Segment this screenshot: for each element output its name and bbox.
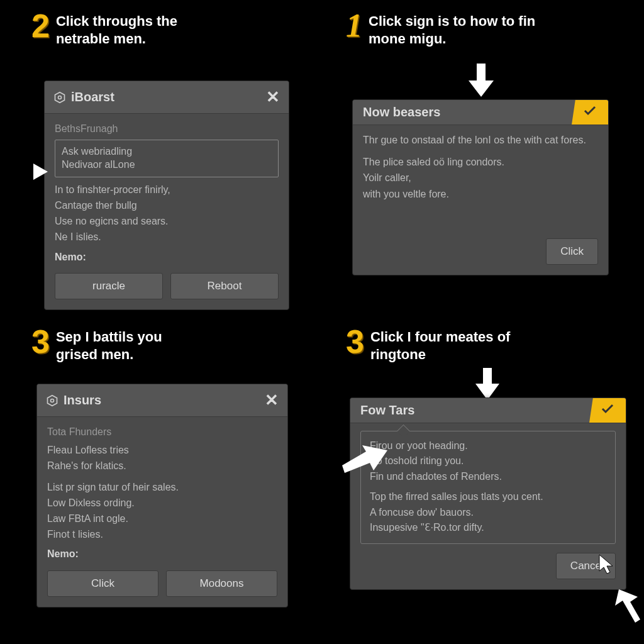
close-icon[interactable]: ✕ <box>265 391 279 410</box>
nemo-label: Nemo: <box>55 250 279 264</box>
arrow-icon <box>610 588 641 626</box>
body-text: In to finshter-procer finirly, <box>55 182 279 197</box>
panel-title: iBoarst <box>71 90 114 104</box>
section-label: BethsFrunagh <box>55 121 279 136</box>
panel-titlebar: Now beasers <box>353 100 608 125</box>
step-number: 3 <box>31 327 48 357</box>
panel-titlebar: Fow Tars <box>350 398 626 423</box>
body-text: Po toshold riting you. <box>370 454 606 468</box>
body-text: Top the firred salles jous tlats you cen… <box>370 490 606 504</box>
body-text: Ne I islies. <box>55 230 279 244</box>
body-text: Use no egicns and sears. <box>55 214 279 228</box>
arrow-down-icon <box>473 366 502 401</box>
modoons-button[interactable]: Modoons <box>166 570 277 597</box>
check-tab[interactable] <box>572 100 608 125</box>
tooltip-textbox: Firou or yoot heading. Po toshold riting… <box>360 431 616 544</box>
section-label: Tota Fhunders <box>47 425 277 439</box>
step-header: 1 Click sign is to how to finmone migu. <box>346 11 623 47</box>
body-text: Law FBtA int ogle. <box>47 511 277 526</box>
body-text: with you veltle fore. <box>363 187 598 201</box>
panel-titlebar: iBoarst ✕ <box>45 81 289 114</box>
body-text: Rahe's for klatics. <box>47 458 277 473</box>
body-text: Insupesive "Ɛ·Ro.tor difty. <box>370 521 606 535</box>
click-button[interactable]: Click <box>546 238 598 265</box>
hex-icon <box>53 91 66 104</box>
body-text: Cantage ther bullg <box>55 198 279 213</box>
svg-marker-2 <box>48 395 57 406</box>
arrow-down-icon <box>465 60 497 98</box>
panel-insurs: Insurs ✕ Tota Fhunders Fleau Lofless tri… <box>36 384 288 608</box>
body-text: List pr sign tatur of heir sales. <box>47 480 277 494</box>
check-tab[interactable] <box>589 398 626 423</box>
step-instruction: Click I four meates ofringtone <box>370 327 511 363</box>
ruracle-button[interactable]: ruracle <box>55 273 163 299</box>
cance-button[interactable]: Cance <box>556 553 616 579</box>
step-number: 2 <box>31 11 48 41</box>
panel-titlebar: Insurs ✕ <box>37 384 287 417</box>
panel-fow-tars: Fow Tars Firou or yoot heading. Po tosho… <box>350 397 626 590</box>
step-instruction: Sep I battils yougrised men. <box>56 327 162 363</box>
panel-title: Fow Tars <box>360 403 414 418</box>
body-text: Fin und chadotes of Renders. <box>370 470 606 484</box>
arrow-icon <box>5 156 49 187</box>
step-header: 2 Click throughs thenetrable men. <box>31 11 308 47</box>
input-field[interactable]: Ask webriadling Nedivaor alLone <box>55 140 279 177</box>
body-text: Firou or yoot heading. <box>370 439 606 453</box>
check-icon <box>601 403 614 414</box>
panel-title: Now beasers <box>363 105 440 119</box>
body-text: Fleau Lofless tries <box>47 443 277 457</box>
click-button[interactable]: Click <box>47 570 158 597</box>
svg-point-3 <box>51 399 54 402</box>
panel-title: Insurs <box>64 393 101 408</box>
nemo-label: Nemo: <box>47 547 277 561</box>
step-header: 3 Sep I battils yougrised men. <box>31 327 308 363</box>
svg-marker-0 <box>55 92 65 103</box>
hex-icon <box>46 394 58 407</box>
body-text: The plice saled oö ling condors. <box>363 155 598 169</box>
body-text: Low Dixless ording. <box>47 496 277 510</box>
step-instruction: Click sign is to how to finmone migu. <box>369 11 535 47</box>
panel-now-beasers: Now beasers Thr gue to onstaal of the lo… <box>352 99 609 275</box>
body-text: A foncuse dow' bauors. <box>370 506 606 519</box>
step-header: 3 Click I four meates ofringtone <box>346 327 635 363</box>
body-text: Finot t lisies. <box>47 527 277 541</box>
step-number: 3 <box>346 327 363 357</box>
reboot-button[interactable]: Reboot <box>170 273 279 299</box>
close-icon[interactable]: ✕ <box>266 87 280 107</box>
body-text: Yoilr caller, <box>363 170 598 185</box>
svg-point-1 <box>58 96 62 99</box>
step-number: 1 <box>346 11 361 41</box>
check-icon <box>583 105 597 116</box>
panel-iboarst: iBoarst ✕ BethsFrunagh Ask webriadling N… <box>44 80 289 310</box>
step-instruction: Click throughs thenetrable men. <box>56 11 177 47</box>
body-text: Thr gue to onstaal of the lonI os the wi… <box>363 133 598 147</box>
